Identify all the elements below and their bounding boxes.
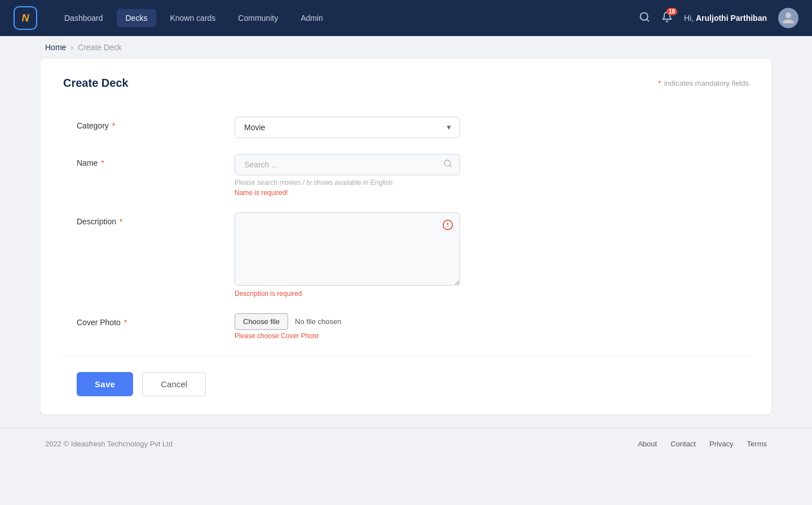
footer-link-about[interactable]: About bbox=[638, 440, 657, 448]
category-row: Category * Movie TV Show Music Sports Sc… bbox=[63, 117, 749, 138]
nav-item-known-cards[interactable]: Known cards bbox=[161, 9, 224, 27]
description-field: Description is required bbox=[235, 212, 460, 298]
search-icon[interactable] bbox=[639, 11, 650, 25]
cover-photo-label: Cover Photo * bbox=[77, 313, 235, 327]
username: Aruljothi Parthiban bbox=[696, 14, 767, 23]
mandatory-note: * indicates mandatory fields bbox=[658, 79, 749, 87]
category-label: Category * bbox=[77, 117, 235, 130]
avatar[interactable] bbox=[778, 8, 798, 28]
nav-menu: Dashboard Decks Known cards Community Ad… bbox=[55, 9, 639, 27]
name-search-wrapper bbox=[235, 154, 460, 175]
name-hint: Please search movies / tv shows availabl… bbox=[235, 179, 460, 187]
navbar-right: 18 Hi, Aruljothi Parthiban bbox=[639, 8, 798, 28]
nav-item-admin[interactable]: Admin bbox=[292, 9, 332, 27]
footer-links: About Contact Privacy Terms bbox=[638, 440, 767, 448]
no-file-text: No file chosen bbox=[295, 317, 341, 326]
category-select[interactable]: Movie TV Show Music Sports Science Histo… bbox=[235, 117, 460, 138]
app-logo[interactable]: N bbox=[14, 6, 37, 30]
breadcrumb: Home › Create Deck bbox=[0, 36, 812, 59]
name-label: Name * bbox=[77, 154, 235, 167]
form-divider bbox=[63, 356, 749, 356]
name-field: Please search movies / tv shows availabl… bbox=[235, 154, 460, 197]
footer: 2022 © Ideasfresh Techcnology Pvt Ltd Ab… bbox=[0, 428, 812, 459]
breadcrumb-home[interactable]: Home bbox=[45, 43, 66, 52]
create-deck-card: Create Deck * indicates mandatory fields… bbox=[41, 59, 771, 414]
cancel-button[interactable]: Cancel bbox=[142, 372, 206, 396]
navbar: N Dashboard Decks Known cards Community … bbox=[0, 0, 812, 36]
description-row: Description * Description is required bbox=[63, 212, 749, 298]
name-search-input[interactable] bbox=[235, 154, 460, 175]
logo-letter: N bbox=[22, 12, 29, 24]
nav-item-community[interactable]: Community bbox=[229, 9, 287, 27]
breadcrumb-current: Create Deck bbox=[78, 43, 122, 52]
cover-photo-row: Cover Photo * Choose file No file chosen… bbox=[63, 313, 749, 340]
breadcrumb-separator: › bbox=[70, 43, 73, 52]
footer-link-privacy[interactable]: Privacy bbox=[709, 440, 734, 448]
footer-link-contact[interactable]: Contact bbox=[670, 440, 696, 448]
description-textarea-wrapper bbox=[235, 212, 460, 287]
svg-line-3 bbox=[449, 165, 451, 167]
description-textarea[interactable] bbox=[235, 212, 460, 286]
footer-copyright: 2022 © Ideasfresh Techcnology Pvt Ltd bbox=[45, 440, 173, 448]
cover-photo-error: Please choose Cover Photo bbox=[235, 332, 460, 340]
svg-line-1 bbox=[647, 19, 649, 21]
footer-link-terms[interactable]: Terms bbox=[747, 440, 767, 448]
action-row: Save Cancel bbox=[63, 372, 749, 396]
description-label: Description * bbox=[77, 212, 235, 226]
notification-button[interactable]: 18 bbox=[661, 11, 673, 25]
cover-photo-field: Choose file No file chosen Please choose… bbox=[235, 313, 460, 340]
search-icon bbox=[443, 159, 452, 170]
page-title: Create Deck bbox=[63, 77, 129, 90]
nav-item-decks[interactable]: Decks bbox=[117, 9, 157, 27]
user-greeting: Hi, Aruljothi Parthiban bbox=[684, 14, 767, 23]
description-error: Description is required bbox=[235, 290, 460, 298]
notification-badge: 18 bbox=[667, 8, 677, 15]
file-input-row: Choose file No file chosen bbox=[235, 313, 460, 330]
card-header: Create Deck * indicates mandatory fields bbox=[63, 77, 749, 99]
category-select-wrapper: Movie TV Show Music Sports Science Histo… bbox=[235, 117, 460, 138]
error-icon bbox=[442, 219, 453, 233]
name-row: Name * Please search movies / tv shows a… bbox=[63, 154, 749, 197]
nav-item-dashboard[interactable]: Dashboard bbox=[55, 9, 112, 27]
category-field: Movie TV Show Music Sports Science Histo… bbox=[235, 117, 460, 138]
name-error: Name is required! bbox=[235, 189, 460, 197]
save-button[interactable]: Save bbox=[77, 372, 133, 396]
choose-file-button[interactable]: Choose file bbox=[235, 313, 288, 330]
